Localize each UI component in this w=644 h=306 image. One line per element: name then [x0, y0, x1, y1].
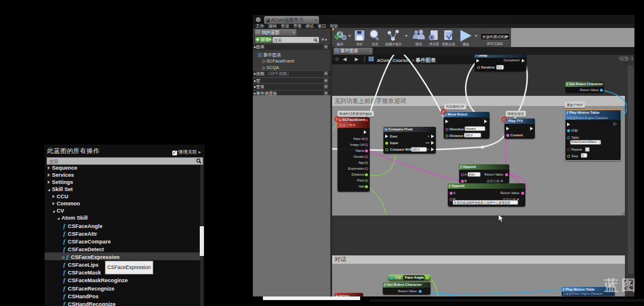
svg-text:保存: 保存 [357, 42, 364, 46]
svg-text:播放: 播放 [463, 42, 470, 46]
svg-text:未选中调试对象: 未选中调试对象 [482, 35, 507, 39]
svg-text:浏览: 浏览 [371, 42, 379, 46]
svg-text:编译: 编译 [337, 42, 344, 46]
svg-text:类默认值: 类默认值 [442, 42, 456, 46]
svg-text:调试过滤器: 调试过滤器 [486, 42, 503, 46]
svg-text:模拟: 模拟 [416, 42, 423, 46]
svg-text:类设置: 类设置 [429, 42, 439, 46]
svg-text:隐藏不相关: 隐藏不相关 [385, 42, 402, 46]
